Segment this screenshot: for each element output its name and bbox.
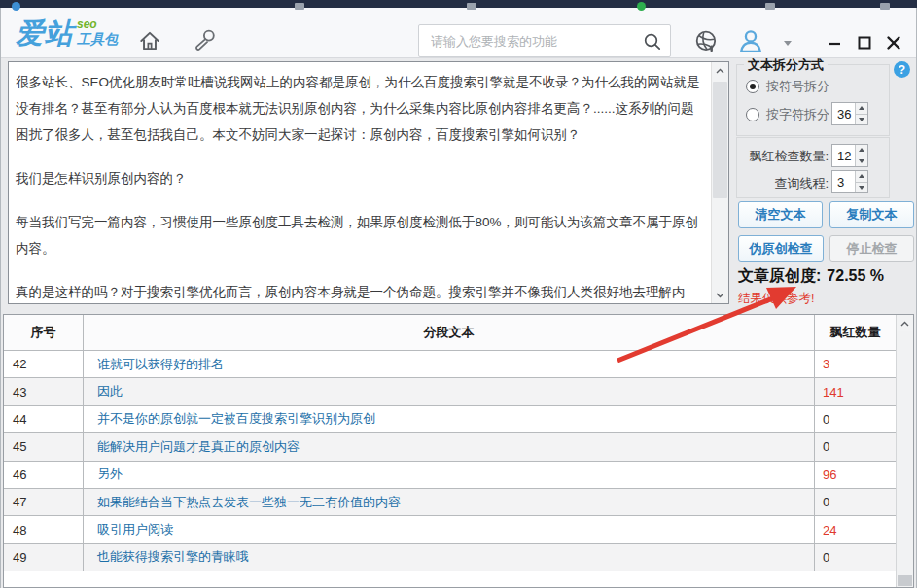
clear-text-button[interactable]: 清空文本 — [738, 201, 823, 228]
radio-off-icon — [746, 108, 759, 121]
taskbar-dot-icon — [12, 2, 20, 11]
paragraph: 我们是怎样识别原创内容的？ — [16, 165, 701, 191]
threads-spin-up[interactable] — [856, 171, 867, 182]
originality-result: 文章原创度:72.55 % — [738, 266, 884, 287]
logo-text-seo: seo — [77, 18, 118, 31]
table-row[interactable]: 43 因此 141 — [4, 377, 896, 404]
table-row[interactable]: 49 也能获得搜索引擎的青睐哦 0 — [4, 543, 896, 571]
row-index: 42 — [4, 351, 84, 377]
row-index: 46 — [4, 462, 84, 488]
stop-check-button[interactable]: 停止检查 — [829, 235, 914, 262]
originality-result-value: 72.55 % — [827, 267, 884, 284]
search-icon[interactable] — [642, 31, 663, 52]
red-count-spin-up[interactable] — [856, 145, 867, 156]
radio-split-by-char-label: 按字符拆分 — [766, 106, 829, 123]
red-count-label: 飘红检查数量: — [741, 148, 829, 165]
window-border-left — [0, 8, 1, 588]
table-row[interactable]: 44 并不是你的原创就一定被百度搜索引擎识别为原创 0 — [4, 405, 896, 432]
table-row[interactable]: 45 能解决用户问题才是真正的原创内容 0 — [4, 432, 896, 460]
char-count-value: 36 — [837, 103, 851, 124]
table-row[interactable]: 46 另外 96 — [4, 461, 896, 488]
row-segment-text[interactable]: 能解决用户问题才是真正的原创内容 — [84, 433, 815, 460]
table-scroll-thumb[interactable] — [898, 575, 912, 586]
help-icon[interactable]: ? — [894, 61, 910, 78]
table-row[interactable]: 42 谁就可以获得好的排名 3 — [4, 350, 896, 377]
originality-check-button[interactable]: 伪原创检查 — [738, 235, 824, 262]
radio-split-by-symbol-label: 按符号拆分 — [766, 78, 829, 95]
taskbar-square-icon — [765, 3, 775, 10]
taskbar-square-icon — [295, 3, 304, 10]
check-settings-group: 飘红检查数量: 12 查询线程: 3 — [736, 137, 890, 198]
red-count-spinner[interactable]: 12 — [831, 144, 868, 167]
originality-result-label: 文章原创度: — [738, 267, 821, 284]
scroll-up-icon[interactable] — [712, 62, 728, 79]
scroll-down-icon[interactable] — [712, 287, 728, 303]
threads-spinner[interactable]: 3 — [831, 170, 868, 193]
table-header-row: 序号 分段文本 飘红数量 — [4, 315, 896, 350]
editor-scroll-thumb[interactable] — [713, 82, 727, 198]
result-disclaimer: 结果仅供参考! — [738, 291, 814, 307]
stamp-tool-button[interactable] — [189, 25, 220, 56]
row-red-count: 141 — [815, 378, 896, 404]
close-icon — [886, 35, 901, 51]
row-red-count: 0 — [815, 544, 896, 571]
user-account-button[interactable] — [735, 25, 766, 56]
row-segment-text[interactable]: 另外 — [84, 462, 815, 488]
row-index: 43 — [4, 378, 84, 404]
radio-split-by-symbol[interactable]: 按符号拆分 — [746, 78, 829, 95]
close-button[interactable] — [882, 32, 905, 53]
radio-split-by-char[interactable]: 按字符拆分 — [746, 106, 829, 123]
row-index: 47 — [4, 489, 84, 515]
row-red-count: 0 — [815, 433, 896, 460]
minimize-button[interactable] — [823, 32, 846, 53]
home-icon — [137, 28, 162, 53]
radio-on-icon — [746, 80, 759, 93]
row-index: 49 — [4, 544, 84, 571]
row-index: 48 — [4, 516, 84, 542]
table-row[interactable]: 47 如果能结合当下热点去发表一些独一无二有价值的内容 0 — [4, 488, 896, 515]
logo-text-main: 爱站 — [16, 17, 74, 49]
header-segment-text: 分段文本 — [84, 315, 815, 350]
table-scrollbar[interactable] — [896, 315, 913, 587]
row-red-count: 0 — [815, 489, 896, 515]
app-logo: 爱站 seo 工具包 — [16, 17, 118, 49]
row-segment-text[interactable]: 谁就可以获得好的排名 — [84, 351, 815, 377]
home-button[interactable] — [134, 25, 165, 56]
article-text: 很多站长、SEO优化朋友时常吐槽说我网站上的内容都是原创，为什么百度搜索引擎就是… — [9, 62, 728, 303]
red-count-spin-down[interactable] — [856, 156, 867, 167]
row-segment-text[interactable]: 如果能结合当下热点去发表一些独一无二有价值的内容 — [84, 489, 815, 515]
maximize-button[interactable] — [853, 32, 876, 53]
red-count-value: 12 — [837, 145, 851, 166]
network-button[interactable] — [690, 25, 722, 56]
taskbar-square-icon — [880, 3, 890, 10]
segments-table: 序号 分段文本 飘红数量 42 谁就可以获得好的排名 3 43 因此 141 4… — [3, 314, 914, 588]
header-index: 序号 — [4, 315, 84, 350]
scroll-up-icon[interactable] — [897, 315, 913, 331]
titlebar: 爱站 seo 工具包 — [0, 8, 917, 58]
threads-label: 查询线程: — [741, 175, 829, 192]
row-index: 44 — [4, 406, 84, 432]
row-segment-text[interactable]: 并不是你的原创就一定被百度搜索引擎识别为原创 — [84, 406, 815, 432]
char-count-spin-down[interactable] — [856, 114, 867, 125]
char-count-spinner[interactable]: 36 — [831, 102, 868, 125]
split-mode-legend: 文本拆分方式 — [744, 56, 828, 74]
threads-spin-down[interactable] — [856, 182, 867, 193]
article-text-editor[interactable]: 很多站长、SEO优化朋友时常吐槽说我网站上的内容都是原创，为什么百度搜索引擎就是… — [8, 61, 729, 304]
maximize-icon — [857, 35, 872, 51]
paragraph: 每当我们写完一篇内容，习惯使用一些原创度工具去检测，如果原创度检测低于80%，则… — [16, 209, 701, 261]
user-menu-caret-icon[interactable] — [784, 41, 792, 46]
row-index: 45 — [4, 433, 84, 460]
paragraph: 真的是这样的吗？对于搜索引擎优化而言，原创内容本身就是一个伪命题。搜索引擎并不像… — [16, 279, 701, 303]
copy-text-button[interactable]: 复制文本 — [829, 201, 914, 228]
char-count-spin-up[interactable] — [856, 103, 867, 114]
function-search — [418, 24, 671, 57]
app-window: 爱站 seo 工具包 — [0, 0, 917, 588]
row-segment-text[interactable]: 吸引用户阅读 — [84, 516, 815, 542]
row-segment-text[interactable]: 因此 — [84, 378, 815, 404]
user-icon — [736, 27, 765, 54]
row-segment-text[interactable]: 也能获得搜索引擎的青睐哦 — [84, 544, 815, 571]
row-red-count: 3 — [815, 351, 896, 377]
editor-scrollbar[interactable] — [711, 62, 728, 303]
search-input[interactable] — [419, 25, 670, 56]
table-row[interactable]: 48 吸引用户阅读 24 — [4, 515, 896, 542]
